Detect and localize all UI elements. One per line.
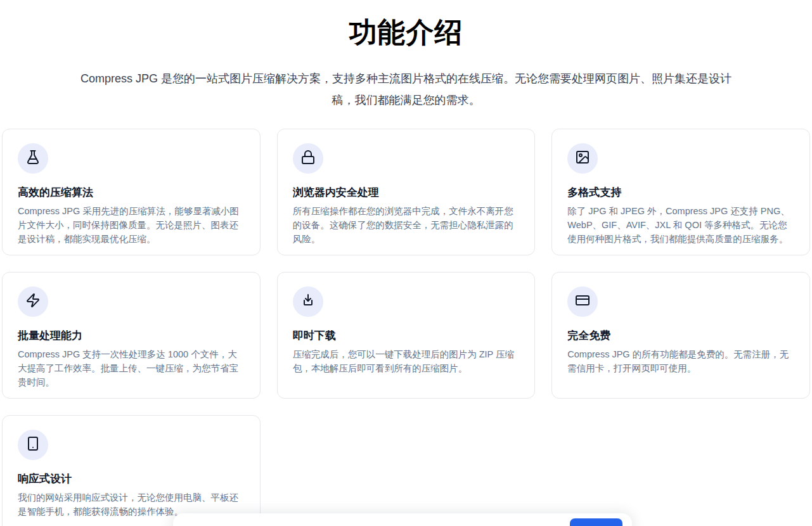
feature-title: 高效的压缩算法 [18, 186, 245, 200]
feature-title: 即时下载 [293, 329, 520, 343]
bottom-toolbar [173, 513, 632, 526]
features-section: 功能介绍 Compress JPG 是您的一站式图片压缩解决方案，支持多种主流图… [0, 0, 812, 526]
page-title: 功能介绍 [0, 16, 812, 49]
zap-icon [25, 293, 41, 311]
feature-description: 所有压缩操作都在您的浏览器中完成，文件永不离开您的设备。这确保了您的数据安全，无… [293, 204, 520, 246]
feature-description: Compress JPG 采用先进的压缩算法，能够显著减小图片文件大小，同时保持… [18, 204, 245, 246]
feature-description: 除了 JPG 和 JPEG 外，Compress JPG 还支持 PNG、Web… [567, 204, 794, 246]
feature-card-compression-algorithm: 高效的压缩算法 Compress JPG 采用先进的压缩算法，能够显著减小图片文… [2, 129, 261, 255]
flask-icon [25, 150, 41, 167]
page-subtitle: Compress JPG 是您的一站式图片压缩解决方案，支持多种主流图片格式的在… [80, 68, 733, 111]
feature-title: 多格式支持 [567, 186, 794, 200]
feature-title: 批量处理能力 [18, 329, 245, 343]
feature-card-browser-security: 浏览器内安全处理 所有压缩操作都在您的浏览器中完成，文件永不离开您的设备。这确保… [277, 129, 536, 255]
toolbar-primary-button[interactable] [570, 518, 622, 526]
feature-title: 完全免费 [567, 329, 794, 343]
features-grid: 高效的压缩算法 Compress JPG 采用先进的压缩算法，能够显著减小图片文… [2, 129, 810, 526]
feature-card-free: 完全免费 Compress JPG 的所有功能都是免费的。无需注册，无需信用卡，… [551, 272, 810, 399]
feature-description: 压缩完成后，您可以一键下载处理后的图片为 ZIP 压缩包，本地解压后即可看到所有… [293, 347, 520, 375]
image-icon [575, 150, 590, 167]
download-icon [300, 293, 316, 311]
feature-title: 响应式设计 [18, 472, 245, 486]
feature-card-responsive-design: 响应式设计 我们的网站采用响应式设计，无论您使用电脑、平板还是智能手机，都能获得… [2, 415, 261, 526]
feature-description: Compress JPG 的所有功能都是免费的。无需注册，无需信用卡，打开网页即… [567, 347, 794, 375]
feature-card-batch-processing: 批量处理能力 Compress JPG 支持一次性处理多达 1000 个文件，大… [2, 272, 261, 399]
lock-icon [300, 150, 316, 167]
feature-description: Compress JPG 支持一次性处理多达 1000 个文件，大大提高了工作效… [18, 347, 245, 389]
feature-title: 浏览器内安全处理 [293, 186, 520, 200]
feature-card-instant-download: 即时下载 压缩完成后，您可以一键下载处理后的图片为 ZIP 压缩包，本地解压后即… [277, 272, 536, 399]
smartphone-icon [25, 436, 41, 454]
feature-card-multi-format: 多格式支持 除了 JPG 和 JPEG 外，Compress JPG 还支持 P… [551, 129, 810, 255]
credit-card-icon [575, 293, 590, 311]
